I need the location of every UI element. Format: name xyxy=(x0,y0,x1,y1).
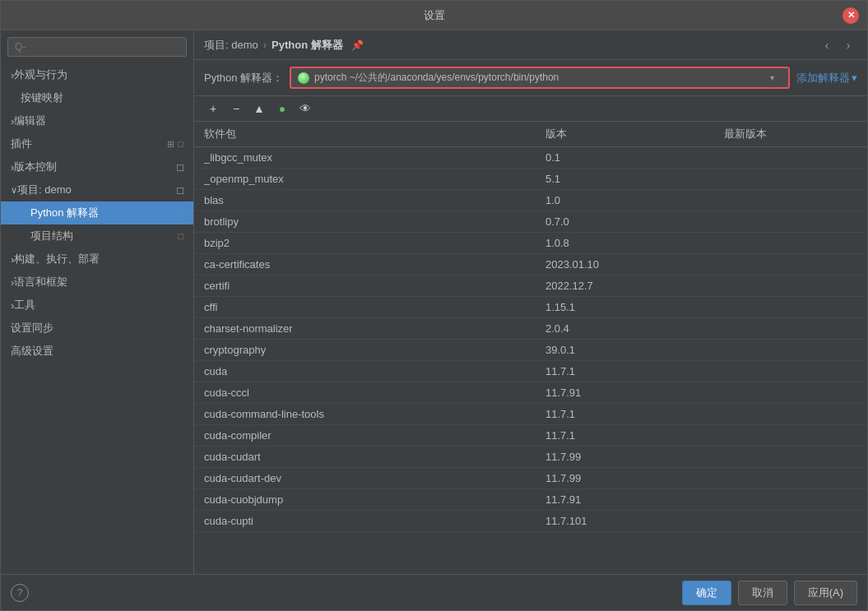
sidebar-item-label: 构建、执行、部署 xyxy=(14,252,100,266)
table-row[interactable]: blas1.0 xyxy=(194,190,867,211)
sidebar-item-build[interactable]: › 构建、执行、部署 xyxy=(1,248,193,271)
sidebar-item-settings-sync[interactable]: 设置同步 xyxy=(1,317,193,340)
table-row[interactable]: cuda-compiler11.7.1 xyxy=(194,425,867,447)
table-row[interactable]: brotlipy0.7.0 xyxy=(194,211,867,233)
interpreter-status-icon xyxy=(298,72,309,84)
sidebar-item-plugins[interactable]: 插件 ⊞ □ xyxy=(1,132,193,155)
add-interpreter-button[interactable]: 添加解释器 ▾ xyxy=(796,71,857,86)
cell-latest xyxy=(714,340,867,361)
sidebar-item-appearance[interactable]: › 外观与行为 xyxy=(1,63,193,86)
sidebar-search-input[interactable] xyxy=(7,37,187,57)
sidebar-item-label: 版本控制 xyxy=(14,160,57,174)
cell-name: bzip2 xyxy=(194,233,536,254)
sidebar-item-label: 工具 xyxy=(14,298,35,312)
remove-package-button[interactable]: − xyxy=(227,100,245,118)
cell-latest xyxy=(714,147,867,169)
col-header-name: 软件包 xyxy=(194,122,536,147)
apply-button[interactable]: 应用(A) xyxy=(794,581,857,605)
sidebar-item-project-structure[interactable]: 项目结构 □ xyxy=(1,224,193,248)
footer-buttons: 确定 取消 应用(A) xyxy=(682,581,857,605)
cell-version: 1.0.8 xyxy=(536,233,714,254)
packages-table-wrap: 软件包 版本 最新版本 _libgcc_mutex0.1_openmp_mute… xyxy=(194,122,867,574)
sidebar-item-advanced[interactable]: 高级设置 xyxy=(1,340,193,363)
table-row[interactable]: cuda-cudart11.7.99 xyxy=(194,447,867,468)
sidebar-item-python-interpreter[interactable]: Python 解释器 □ xyxy=(1,201,193,224)
refresh-package-button[interactable]: ● xyxy=(273,100,291,118)
cell-version: 11.7.1 xyxy=(536,361,714,382)
breadcrumb: 项目: demo › Python 解释器 📌 ‹ › xyxy=(194,30,867,60)
table-row[interactable]: _openmp_mutex5.1 xyxy=(194,169,867,190)
table-row[interactable]: ca-certificates2023.01.10 xyxy=(194,254,867,275)
sidebar-item-label: 插件 xyxy=(11,137,32,151)
breadcrumb-nav: ‹ › xyxy=(818,36,857,54)
cell-version: 5.1 xyxy=(536,169,714,190)
eye-package-button[interactable]: 👁 xyxy=(296,100,314,118)
cell-name: ca-certificates xyxy=(194,254,536,275)
table-row[interactable]: _libgcc_mutex0.1 xyxy=(194,147,867,169)
packages-table: 软件包 版本 最新版本 _libgcc_mutex0.1_openmp_mute… xyxy=(194,122,867,532)
breadcrumb-pin-icon: 📌 xyxy=(351,39,364,51)
add-interpreter-label: 添加解释器 xyxy=(796,71,850,86)
help-button[interactable]: ? xyxy=(11,584,29,602)
table-row[interactable]: bzip21.0.8 xyxy=(194,233,867,254)
sidebar-item-label: 高级设置 xyxy=(11,344,53,359)
interpreter-dropdown-button[interactable]: ▾ xyxy=(762,73,782,82)
table-row[interactable]: cryptography39.0.1 xyxy=(194,340,867,361)
breadcrumb-separator: › xyxy=(263,39,267,51)
packages-toolbar: + − ▲ ● 👁 xyxy=(194,96,867,122)
cell-name: cuda-command-line-tools xyxy=(194,404,536,425)
structure-icon: □ xyxy=(178,231,183,241)
table-row[interactable]: cuda-cuobjdump11.7.91 xyxy=(194,489,867,511)
sidebar-item-tools[interactable]: › 工具 xyxy=(1,294,193,317)
cell-version: 2022.12.7 xyxy=(536,275,714,297)
cell-version: 0.7.0 xyxy=(536,211,714,233)
table-row[interactable]: cuda11.7.1 xyxy=(194,361,867,382)
cell-version: 1.15.1 xyxy=(536,297,714,318)
sidebar: › 外观与行为 按键映射 › 编辑器 插件 ⊞ □ › 版本控制 □ xyxy=(1,30,194,574)
cell-version: 11.7.91 xyxy=(536,382,714,404)
table-row[interactable]: cuda-cupti11.7.101 xyxy=(194,511,867,532)
table-row[interactable]: cffi1.15.1 xyxy=(194,297,867,318)
nav-forward-button[interactable]: › xyxy=(839,36,857,54)
cell-name: blas xyxy=(194,190,536,211)
title-bar: 设置 ✕ xyxy=(1,1,867,30)
table-row[interactable]: cuda-cccl11.7.91 xyxy=(194,382,867,404)
sidebar-item-label: 语言和框架 xyxy=(14,275,67,289)
table-row[interactable]: charset-normalizer2.0.4 xyxy=(194,318,867,340)
table-row[interactable]: cuda-command-line-tools11.7.1 xyxy=(194,404,867,425)
cell-name: _libgcc_mutex xyxy=(194,147,536,169)
cell-version: 2023.01.10 xyxy=(536,254,714,275)
plugin-icon-2: □ xyxy=(178,139,183,150)
up-package-button[interactable]: ▲ xyxy=(250,100,268,118)
cell-name: cuda-compiler xyxy=(194,425,536,447)
sidebar-item-project-demo[interactable]: ∨ 项目: demo □ xyxy=(1,178,193,201)
vcs-icon: □ xyxy=(177,161,183,174)
cell-name: cffi xyxy=(194,297,536,318)
nav-back-button[interactable]: ‹ xyxy=(818,36,836,54)
sidebar-item-label: 设置同步 xyxy=(11,321,53,336)
cell-name: cuda-cuobjdump xyxy=(194,489,536,511)
interpreter-toolbar: Python 解释器： pytorch ~/公共的/anaconda/yes/e… xyxy=(194,60,867,96)
cell-latest xyxy=(714,233,867,254)
cell-latest xyxy=(714,382,867,404)
cancel-button[interactable]: 取消 xyxy=(738,581,787,605)
cell-name: charset-normalizer xyxy=(194,318,536,340)
cell-latest xyxy=(714,447,867,468)
close-button[interactable]: ✕ xyxy=(842,7,859,24)
sidebar-item-editor[interactable]: › 编辑器 xyxy=(1,109,193,132)
table-row[interactable]: certifi2022.12.7 xyxy=(194,275,867,297)
cell-latest xyxy=(714,297,867,318)
cell-latest xyxy=(714,318,867,340)
breadcrumb-page: Python 解释器 xyxy=(272,38,343,53)
ok-button[interactable]: 确定 xyxy=(682,581,731,605)
cell-latest xyxy=(714,190,867,211)
sidebar-item-language[interactable]: › 语言和框架 xyxy=(1,271,193,294)
footer: ? 确定 取消 应用(A) xyxy=(1,574,867,610)
sidebar-item-keymap[interactable]: 按键映射 xyxy=(1,86,193,109)
table-row[interactable]: cuda-cudart-dev11.7.99 xyxy=(194,468,867,489)
add-package-button[interactable]: + xyxy=(204,100,222,118)
sidebar-item-vcs[interactable]: › 版本控制 □ xyxy=(1,155,193,178)
interpreter-input-wrap: pytorch ~/公共的/anaconda/yes/envs/pytorch/… xyxy=(290,67,790,89)
cell-version: 11.7.91 xyxy=(536,489,714,511)
cell-version: 1.0 xyxy=(536,190,714,211)
